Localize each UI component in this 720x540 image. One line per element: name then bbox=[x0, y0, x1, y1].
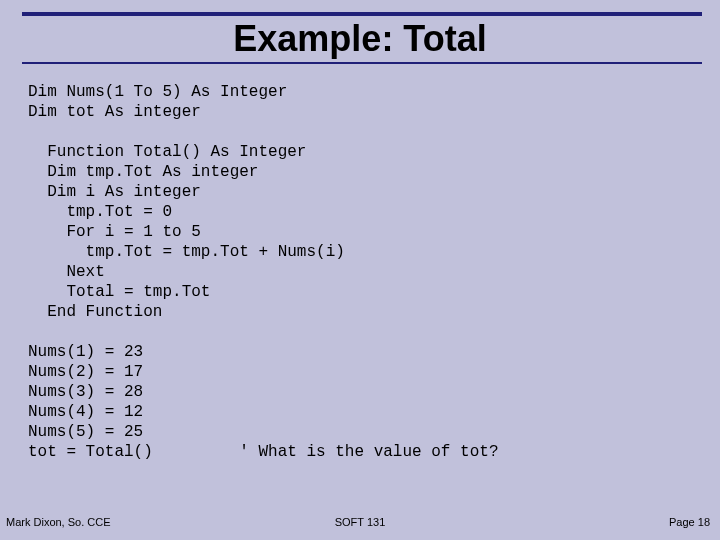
footer-course: SOFT 131 bbox=[0, 516, 720, 528]
code-block: Dim Nums(1 To 5) As Integer Dim tot As i… bbox=[28, 82, 498, 462]
footer-page: Page 18 bbox=[669, 516, 710, 528]
footer: Mark Dixon, So. CCE SOFT 131 Page 18 bbox=[0, 516, 720, 532]
slide-title: Example: Total bbox=[0, 18, 720, 60]
title-rule-top bbox=[22, 12, 702, 16]
title-rule-under bbox=[22, 62, 702, 64]
